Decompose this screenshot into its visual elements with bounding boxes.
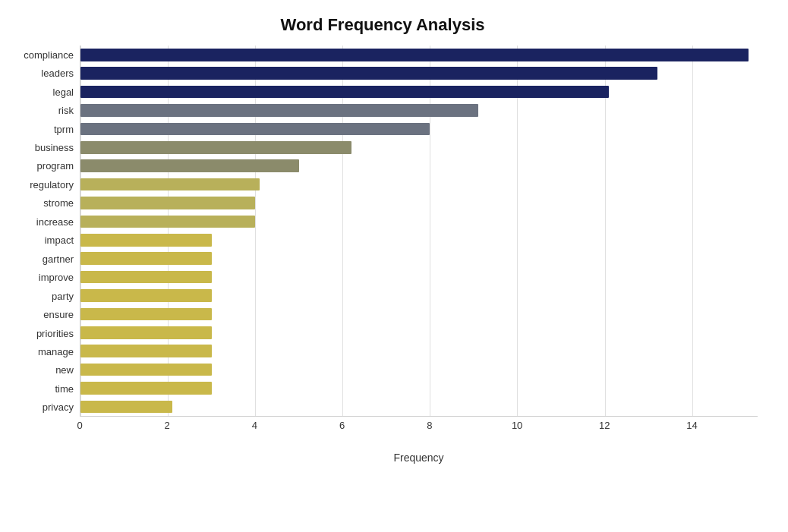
bar-row [80, 305, 758, 323]
bar [80, 49, 749, 61]
x-axis: 02468101214 [80, 420, 758, 435]
bar [80, 216, 255, 228]
y-label: party [8, 287, 80, 305]
bar-row [80, 268, 758, 286]
bar [80, 104, 478, 117]
bar-row [80, 342, 758, 360]
bar [80, 271, 212, 284]
y-label: regulatory [8, 175, 80, 194]
y-label: program [8, 157, 80, 175]
bar [80, 178, 260, 191]
bar [80, 345, 212, 357]
x-tick: 2 [165, 420, 170, 431]
bar-row [80, 398, 758, 416]
bar-row [80, 249, 758, 267]
bar [80, 123, 430, 136]
bar [80, 67, 657, 80]
chart-area: complianceleaderslegalrisktprmbusinesspr… [8, 46, 758, 464]
y-label: ensure [8, 305, 80, 323]
y-label: business [8, 138, 80, 156]
bar-row [80, 101, 758, 119]
x-tick: 10 [512, 420, 522, 431]
y-label: legal [8, 83, 80, 101]
y-label: time [8, 379, 80, 398]
bar [80, 289, 212, 302]
y-labels: complianceleaderslegalrisktprmbusinesspr… [8, 46, 80, 417]
bar-row [80, 212, 758, 231]
x-tick: 6 [339, 420, 345, 431]
bar-row [80, 379, 758, 397]
bar-row [80, 64, 758, 82]
bar-row [80, 156, 758, 175]
y-label: leaders [8, 64, 80, 82]
bars-plot [80, 46, 758, 417]
bar-row [80, 46, 758, 64]
bar [80, 401, 172, 414]
x-tick: 8 [427, 420, 432, 431]
bar-row [80, 286, 758, 304]
y-label: strome [8, 194, 80, 212]
chart-title: Word Frequency Analysis [8, 15, 758, 35]
bar [80, 197, 255, 209]
chart-container: Word Frequency Analysis complianceleader… [0, 0, 788, 532]
y-label: privacy [8, 398, 80, 417]
x-tick: 4 [252, 420, 257, 431]
bar-row [80, 83, 758, 101]
y-label: tprm [8, 120, 80, 138]
x-tick: 14 [686, 420, 697, 431]
bar [80, 364, 212, 376]
bar [80, 382, 212, 395]
bar-row [80, 120, 758, 138]
bar-row [80, 194, 758, 212]
y-label: manage [8, 342, 80, 360]
bar-row [80, 360, 758, 379]
y-label: improve [8, 268, 80, 286]
y-label: gartner [8, 250, 80, 268]
x-tick: 0 [77, 420, 82, 431]
bars-section: complianceleaderslegalrisktprmbusinesspr… [8, 46, 758, 417]
y-label: impact [8, 231, 80, 250]
y-label: compliance [8, 46, 80, 64]
bar-row [80, 231, 758, 249]
y-label: new [8, 361, 80, 379]
bar [80, 326, 212, 339]
y-label: priorities [8, 324, 80, 342]
y-label: increase [8, 212, 80, 231]
bar-row [80, 138, 758, 156]
x-tick: 12 [599, 420, 610, 431]
bar [80, 159, 299, 172]
bar [80, 234, 212, 247]
bar [80, 252, 212, 265]
bar [80, 86, 609, 99]
bar-row [80, 323, 758, 342]
bar [80, 141, 351, 154]
bar [80, 308, 212, 321]
x-axis-label: Frequency [80, 452, 758, 464]
y-label: risk [8, 101, 80, 119]
bar-row [80, 175, 758, 194]
